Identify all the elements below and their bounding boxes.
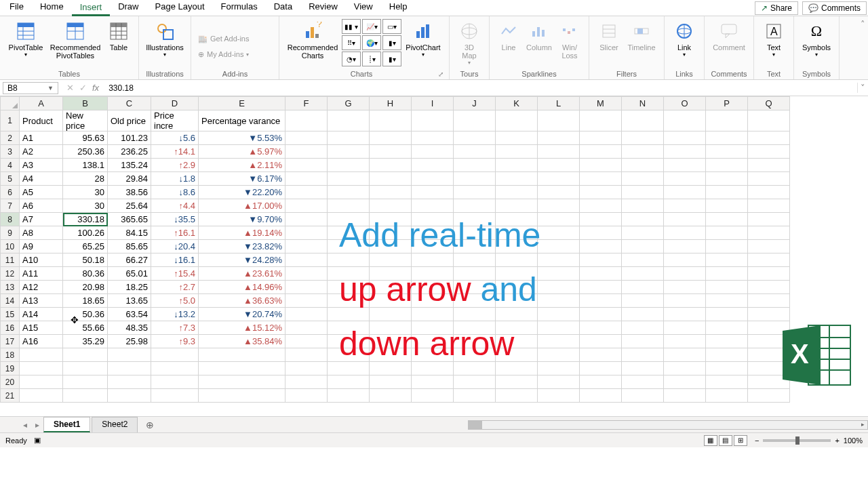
combo-chart-icon[interactable]: ▮▾	[382, 52, 401, 66]
cell[interactable]	[328, 131, 370, 145]
cell[interactable]: ↑2.7	[151, 281, 199, 294]
cell[interactable]	[580, 186, 622, 199]
cell[interactable]: 20.98	[63, 281, 108, 294]
row-header[interactable]: 20	[1, 375, 20, 389]
column-header-H[interactable]: H	[370, 97, 412, 110]
cell[interactable]	[454, 389, 496, 403]
cell[interactable]: Price incre	[151, 110, 199, 131]
cell[interactable]: 84.15	[108, 226, 151, 240]
hier-chart-icon[interactable]: ▭▾	[382, 19, 401, 34]
row-header[interactable]: 14	[1, 294, 20, 308]
cell[interactable]	[748, 110, 790, 131]
cell[interactable]: ↑5.0	[151, 294, 199, 308]
cell[interactable]	[538, 321, 580, 335]
collapse-ribbon-icon[interactable]: ˄	[861, 19, 865, 29]
cell[interactable]	[580, 213, 622, 226]
column-header-P[interactable]: P	[706, 97, 748, 110]
stat-chart-icon[interactable]: ▮▾	[382, 35, 401, 50]
cell[interactable]: ↑14.1	[151, 145, 199, 159]
scatter-chart-icon[interactable]: ⠿▾	[342, 35, 361, 50]
cell[interactable]	[622, 294, 664, 308]
row-header[interactable]: 13	[1, 281, 20, 294]
cell[interactable]	[622, 267, 664, 281]
cell[interactable]: 35.29	[63, 335, 108, 348]
cell[interactable]	[622, 281, 664, 294]
cell[interactable]: ↓16.1	[151, 253, 199, 267]
column-header-Q[interactable]: Q	[748, 97, 790, 110]
cell[interactable]	[622, 186, 664, 199]
cell[interactable]: ↑16.1	[151, 226, 199, 240]
cell[interactable]: ▼6.17%	[199, 172, 285, 186]
expand-formula-icon[interactable]: ˅	[857, 83, 868, 93]
cell[interactable]	[538, 159, 580, 172]
cell[interactable]: Percentage varance	[199, 110, 285, 131]
cell[interactable]: ▼24.28%	[199, 253, 285, 267]
cell[interactable]	[328, 145, 370, 159]
cell[interactable]	[748, 253, 790, 267]
cell[interactable]: 25.64	[108, 199, 151, 213]
cell[interactable]	[285, 375, 328, 389]
row-header[interactable]: 6	[1, 186, 20, 199]
cell[interactable]	[285, 240, 328, 253]
cell[interactable]	[285, 308, 328, 321]
cell[interactable]	[538, 375, 580, 389]
cell[interactable]	[496, 131, 538, 145]
comments-button[interactable]: 💬Comments	[802, 1, 867, 15]
cell[interactable]	[370, 172, 412, 186]
cell[interactable]	[285, 145, 328, 159]
row-header[interactable]: 21	[1, 389, 20, 403]
cell[interactable]	[706, 186, 748, 199]
line-chart-icon[interactable]: 📈▾	[362, 19, 381, 34]
cell[interactable]: 18.25	[108, 281, 151, 294]
cell[interactable]	[580, 159, 622, 172]
cell[interactable]	[454, 199, 496, 213]
cell[interactable]	[664, 308, 706, 321]
cell[interactable]	[370, 199, 412, 213]
cell[interactable]	[328, 389, 370, 403]
tab-nav-prev-icon[interactable]: ◂	[19, 420, 31, 430]
cell[interactable]	[538, 199, 580, 213]
cell[interactable]: Old price	[108, 110, 151, 131]
cell[interactable]	[538, 131, 580, 145]
cell[interactable]	[412, 145, 454, 159]
cell[interactable]: ▲5.97%	[199, 145, 285, 159]
cell[interactable]: 365.65	[108, 213, 151, 226]
cell[interactable]	[538, 110, 580, 131]
cell[interactable]	[328, 110, 370, 131]
cell[interactable]: A12	[20, 281, 63, 294]
cell[interactable]	[151, 362, 199, 375]
cell[interactable]	[538, 281, 580, 294]
cell[interactable]: 80.36	[63, 267, 108, 281]
cell[interactable]	[20, 362, 63, 375]
cell[interactable]: ↓8.6	[151, 186, 199, 199]
cell[interactable]	[664, 348, 706, 362]
row-header[interactable]: 1	[1, 110, 20, 131]
cell[interactable]	[580, 253, 622, 267]
cell[interactable]	[748, 159, 790, 172]
pivotchart-button[interactable]: PivotChart▾	[403, 19, 443, 68]
cell[interactable]: ▲14.96%	[199, 281, 285, 294]
cell[interactable]: A16	[20, 335, 63, 348]
cell[interactable]	[538, 389, 580, 403]
cell[interactable]: Product	[20, 110, 63, 131]
cell[interactable]	[622, 131, 664, 145]
menu-pagelayout[interactable]: Page Layout	[147, 0, 213, 16]
cell[interactable]	[622, 240, 664, 253]
cell[interactable]	[285, 321, 328, 335]
cell[interactable]	[454, 145, 496, 159]
cell[interactable]: A14	[20, 308, 63, 321]
cell[interactable]	[748, 226, 790, 240]
cell[interactable]	[664, 213, 706, 226]
cell[interactable]	[706, 375, 748, 389]
cell[interactable]	[748, 267, 790, 281]
cell[interactable]: ▲15.12%	[199, 321, 285, 335]
cell[interactable]: A7	[20, 213, 63, 226]
cell[interactable]	[748, 308, 790, 321]
cell[interactable]: ▲19.14%	[199, 226, 285, 240]
cell[interactable]	[412, 110, 454, 131]
table-button[interactable]: Table	[104, 19, 133, 68]
cell[interactable]	[538, 294, 580, 308]
cell[interactable]: A1	[20, 131, 63, 145]
cell[interactable]: A5	[20, 186, 63, 199]
cell[interactable]: 48.35	[108, 321, 151, 335]
